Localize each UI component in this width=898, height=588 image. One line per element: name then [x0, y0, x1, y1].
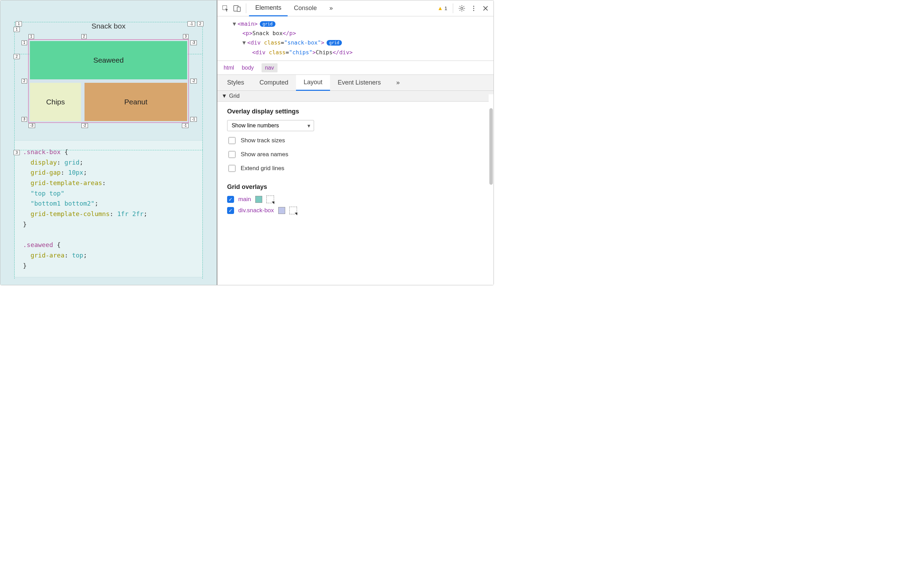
divider [246, 3, 246, 13]
main-grid-line-v2 [202, 22, 203, 279]
outer-label-top-1: 1 [15, 21, 22, 26]
overlay-main-link[interactable]: main [238, 196, 251, 203]
divider [453, 3, 453, 13]
subtab-more[interactable]: » [389, 75, 407, 91]
section-grid-title: Grid [229, 93, 240, 99]
cell-chips: Chips [30, 83, 81, 121]
overlay-snackbox-checkbox[interactable]: ✓ [227, 207, 234, 214]
dom-tree[interactable]: ▼<main>grid <p>Snack box</p> ▼<div class… [217, 16, 494, 61]
tab-elements[interactable]: Elements [249, 0, 288, 16]
crumb-nav[interactable]: nav [261, 63, 278, 72]
line-numbers-select[interactable]: Show line numbers [227, 120, 314, 131]
svg-point-3 [461, 7, 463, 9]
svg-rect-2 [237, 7, 240, 11]
extend-grid-lines-checkbox[interactable] [229, 165, 235, 172]
section-grid-header[interactable]: ▼ Grid [217, 91, 494, 102]
inner-bottom-3: -1 [182, 123, 189, 128]
outer-label-corner: 2 [197, 21, 203, 26]
warning-icon: ▲ [438, 5, 443, 11]
scrollbar[interactable] [489, 94, 494, 285]
snack-box-region: 1 2 3 1 2 3 -3 -2 -1 -3 -2 -1 Seaweed Ch… [28, 39, 189, 123]
inner-bottom-1: -3 [29, 123, 35, 128]
grid-badge[interactable]: grid [260, 21, 275, 27]
close-icon[interactable] [480, 2, 491, 14]
page-title: Snack box [14, 22, 203, 30]
gear-icon[interactable] [456, 2, 468, 14]
warning-badge[interactable]: ▲ 1 [438, 5, 447, 11]
breadcrumb[interactable]: html body nav [217, 61, 494, 75]
extend-grid-lines-label: Extend grid lines [241, 165, 284, 172]
show-track-sizes-checkbox[interactable] [229, 137, 235, 144]
overlay-snackbox-swatch[interactable] [278, 207, 285, 214]
inner-right-2: -2 [190, 79, 197, 83]
reveal-element-icon[interactable] [266, 195, 274, 203]
inspect-element-icon[interactable] [220, 2, 231, 14]
crumb-html[interactable]: html [224, 65, 234, 71]
main-grid-line-h3 [14, 150, 203, 150]
inner-left-1: 1 [22, 40, 27, 45]
overlay-main-swatch[interactable] [255, 196, 262, 203]
overlay-snackbox-link[interactable]: div.snack-box [238, 207, 274, 214]
show-area-names-label: Show area names [241, 151, 288, 158]
inner-top-3: 3 [183, 34, 189, 39]
tab-more[interactable]: » [323, 0, 339, 16]
outer-label-left-2: 2 [14, 54, 20, 59]
subtab-layout[interactable]: Layout [296, 75, 330, 91]
warning-count: 1 [444, 5, 447, 11]
overlay-settings-title: Overlay display settings [227, 108, 484, 115]
device-toggle-icon[interactable] [231, 2, 243, 14]
show-track-sizes-label: Show track sizes [241, 137, 285, 144]
show-area-names-checkbox[interactable] [229, 151, 235, 158]
outer-label-left-3: 3 [14, 150, 20, 155]
svg-point-6 [473, 10, 474, 11]
svg-point-5 [473, 8, 474, 9]
layout-panel-body: Overlay display settings Show line numbe… [217, 102, 494, 285]
cell-seaweed: Seaweed [30, 41, 187, 79]
tab-console[interactable]: Console [288, 0, 323, 16]
sidebar-subtabs: Styles Computed Layout Event Listeners » [217, 75, 494, 91]
inner-top-1: 1 [29, 34, 34, 39]
grid-badge[interactable]: grid [327, 40, 342, 46]
inner-right-3: -1 [190, 117, 197, 122]
cell-peanut: Peanut [85, 83, 187, 121]
grid-overlays-title: Grid overlays [227, 183, 484, 191]
inner-right-1: -3 [190, 40, 197, 45]
devtools-toolbar: Elements Console » ▲ 1 [217, 0, 494, 16]
inner-left-3: 3 [22, 117, 27, 122]
subtab-styles[interactable]: Styles [220, 75, 252, 91]
crumb-body[interactable]: body [242, 65, 254, 71]
kebab-icon[interactable] [468, 2, 480, 14]
inner-left-2: 2 [22, 79, 27, 83]
subtab-event-listeners[interactable]: Event Listeners [330, 75, 389, 91]
subtab-computed[interactable]: Computed [252, 75, 296, 91]
outer-label-top-neg1: -1 [188, 21, 195, 26]
reveal-element-icon[interactable] [289, 207, 297, 214]
inner-top-2: 2 [81, 34, 87, 39]
inner-bottom-2: -2 [81, 123, 88, 128]
svg-point-4 [473, 6, 474, 7]
devtools-panel: Elements Console » ▲ 1 ▼<main>grid <p>Sn… [217, 0, 494, 285]
overlay-main-checkbox[interactable]: ✓ [227, 196, 234, 203]
chevron-down-icon: ▼ [221, 93, 227, 99]
scroll-thumb[interactable] [489, 108, 493, 185]
main-grid-line-h1 [14, 22, 203, 22]
page-viewport: 1 -1 2 1 2 3 Snack box 1 2 3 1 2 3 -3 -2… [0, 0, 217, 285]
css-code: .snack-box { display: grid; grid-gap: 10… [14, 140, 203, 277]
outer-label-left-1: 1 [14, 27, 20, 32]
